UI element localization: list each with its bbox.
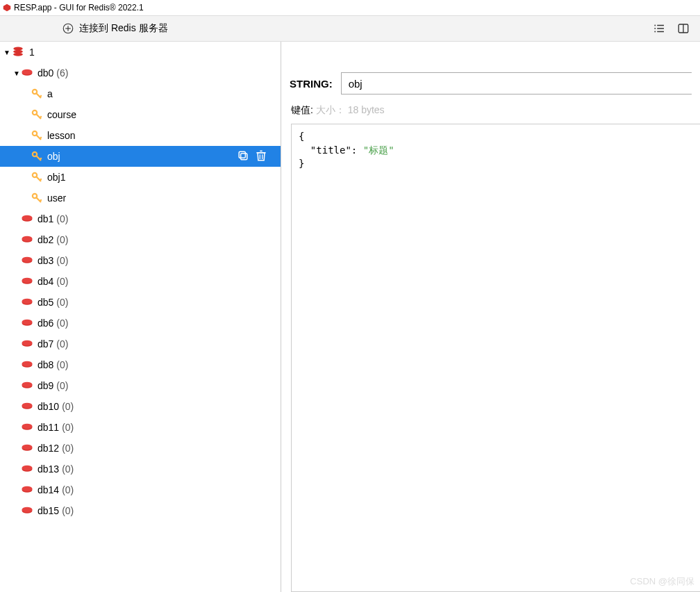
db-icon	[21, 68, 33, 78]
svg-point-8	[654, 28, 656, 29]
key-row[interactable]: course	[0, 104, 281, 125]
db-icon	[21, 422, 33, 432]
db-icon	[21, 464, 33, 474]
key-icon	[31, 150, 43, 163]
meta-label: 键值:	[291, 104, 313, 115]
svg-point-16	[22, 69, 33, 75]
key-icon	[31, 88, 43, 100]
key-row[interactable]: obj	[0, 146, 281, 167]
key-label: a	[47, 88, 53, 99]
db-row[interactable]: db6(0)	[0, 313, 281, 334]
db-icon	[21, 318, 33, 328]
db-icon	[21, 360, 33, 370]
db-icon	[21, 485, 33, 495]
db-label: db3	[38, 255, 53, 266]
app-icon	[3, 3, 11, 12]
db-label: db12	[38, 443, 59, 454]
db-label: db15	[38, 505, 59, 516]
meta-size-label: 大小：	[316, 104, 345, 115]
db-icon	[21, 506, 33, 516]
key-row[interactable]: user	[0, 188, 281, 208]
db-icon	[21, 381, 33, 390]
db-label: db0	[38, 67, 53, 79]
sidebar[interactable]: ▼ 1 ▼ db0 (6) acourselessonobjobj1user d…	[0, 42, 281, 592]
db-count: (0)	[56, 359, 68, 370]
svg-point-98	[22, 486, 33, 492]
db-count: (0)	[56, 234, 68, 245]
svg-point-35	[33, 131, 37, 135]
db-count: (0)	[56, 213, 68, 224]
db-row[interactable]: db13(0)	[0, 459, 281, 479]
db-row[interactable]: db4(0)	[0, 271, 281, 292]
db-row[interactable]: db11(0)	[0, 417, 281, 438]
db-row[interactable]: db3(0)	[0, 250, 281, 271]
db-row[interactable]: db10(0)	[0, 396, 281, 417]
db-row[interactable]: db5(0)	[0, 292, 281, 313]
db-row[interactable]: db15(0)	[0, 500, 281, 521]
db-icon	[21, 235, 33, 245]
svg-line-28	[40, 116, 42, 117]
db-count: (0)	[56, 338, 68, 350]
key-icon	[31, 129, 43, 142]
chevron-down-icon[interactable]: ▼	[3, 49, 11, 56]
copy-icon[interactable]	[236, 149, 250, 165]
db-row[interactable]: db2(0)	[0, 229, 281, 250]
db-row[interactable]: db14(0)	[0, 479, 281, 500]
svg-point-86	[22, 361, 33, 367]
chevron-down-icon[interactable]: ▼	[12, 69, 21, 77]
db-row[interactable]: db7(0)	[0, 334, 281, 354]
svg-point-72	[22, 215, 33, 221]
db-row[interactable]: db1(0)	[0, 208, 281, 229]
svg-point-82	[22, 320, 33, 325]
svg-point-9	[654, 31, 656, 33]
db-icon	[21, 297, 33, 307]
db-label: db7	[38, 338, 53, 350]
db-label: db2	[38, 234, 53, 245]
key-row[interactable]: obj1	[0, 167, 281, 188]
key-label: user	[47, 192, 66, 204]
db-icon	[21, 443, 33, 453]
value-display[interactable]: { "title": "标题" }	[291, 124, 700, 592]
toolbar: 连接到 Redis 服务器	[0, 15, 700, 42]
titlebar: RESP.app - GUI for Redis® 2022.1	[0, 0, 700, 15]
db-row[interactable]: db8(0)	[0, 354, 281, 375]
svg-point-80	[22, 299, 33, 304]
db-label: db9	[38, 380, 53, 391]
db-count: (0)	[56, 297, 68, 308]
server-row[interactable]: ▼ 1	[0, 42, 281, 63]
db-row[interactable]: ▼ db0 (6)	[0, 63, 281, 83]
svg-point-14	[13, 53, 22, 56]
db-label: db6	[38, 318, 53, 329]
delete-icon[interactable]	[254, 149, 268, 165]
connect-button[interactable]: 连接到 Redis 服务器	[79, 22, 168, 35]
db-icon	[21, 339, 33, 349]
svg-point-7	[654, 25, 656, 26]
svg-point-100	[22, 507, 33, 513]
connect-icon[interactable]	[61, 22, 75, 35]
svg-line-37	[40, 137, 42, 138]
db-label: db8	[38, 359, 53, 370]
key-name-input[interactable]	[341, 72, 692, 94]
db-count: (6)	[56, 67, 68, 79]
db-row[interactable]: db12(0)	[0, 438, 281, 459]
svg-rect-47	[241, 153, 247, 159]
key-label: obj1	[47, 172, 65, 183]
db-icon	[21, 256, 33, 265]
db-row[interactable]: db9(0)	[0, 375, 281, 396]
db-label: db4	[38, 276, 53, 287]
key-label: obj	[47, 151, 60, 162]
svg-point-26	[33, 110, 37, 115]
svg-rect-48	[239, 151, 245, 158]
svg-point-96	[22, 466, 33, 471]
svg-point-17	[33, 90, 37, 94]
db-count: (0)	[56, 255, 68, 266]
db-label: db10	[38, 401, 59, 412]
list-icon[interactable]	[653, 22, 667, 35]
server-icon	[11, 45, 25, 59]
panel-icon[interactable]	[676, 22, 690, 35]
key-row[interactable]: a	[0, 83, 281, 104]
key-row[interactable]: lesson	[0, 125, 281, 146]
svg-point-84	[22, 340, 33, 346]
key-label: lesson	[47, 130, 75, 141]
key-icon	[31, 108, 43, 121]
